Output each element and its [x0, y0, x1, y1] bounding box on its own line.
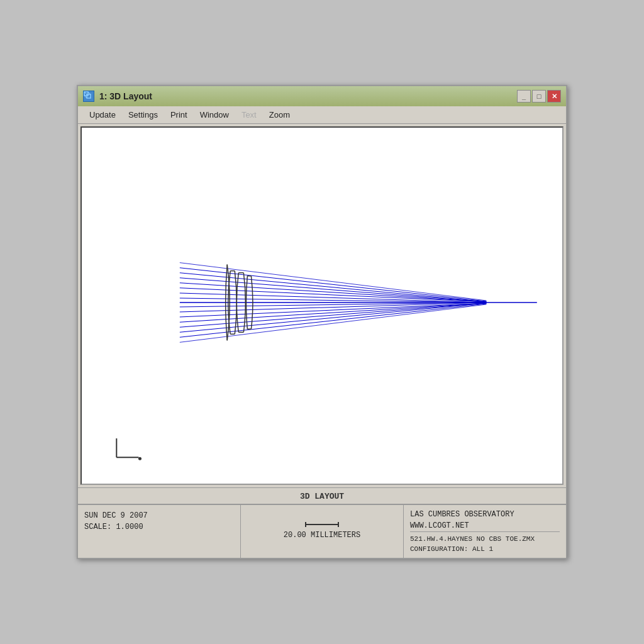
- footer-scale: SCALE: 1.0000: [84, 521, 234, 533]
- footer-observatory: LAS CUMBRES OBSERVATORY WWW.LCOGT.NET 52…: [404, 505, 566, 558]
- menu-settings[interactable]: Settings: [122, 108, 164, 121]
- diagram-title: 3D LAYOUT: [78, 488, 566, 504]
- restore-button[interactable]: □: [532, 90, 546, 103]
- footer-info-row: SUN DEC 9 2007 SCALE: 1.0000 20.00 MILLI…: [78, 504, 566, 558]
- title-bar: 1: 3D Layout _ □ ✕: [78, 86, 566, 106]
- main-window: 1: 3D Layout _ □ ✕ Update Settings Print…: [77, 85, 567, 559]
- footer-scale-bar: 20.00 MILLIMETERS: [241, 505, 404, 558]
- file-line2: CONFIGURATION: ALL 1: [410, 545, 560, 554]
- observatory-line1: LAS CUMBRES OBSERVATORY: [410, 509, 560, 520]
- footer-date: SUN DEC 9 2007: [84, 510, 234, 521]
- menu-text: Text: [235, 108, 263, 121]
- optical-diagram: [82, 128, 562, 484]
- minimize-button[interactable]: _: [517, 90, 531, 103]
- file-info: 521.HW.4.HAYNES NO CBS TOE.ZMX CONFIGURA…: [410, 531, 560, 554]
- window-controls: _ □ ✕: [517, 90, 561, 103]
- svg-rect-1: [87, 94, 91, 98]
- file-line1: 521.HW.4.HAYNES NO CBS TOE.ZMX: [410, 535, 560, 544]
- diagram-area: [80, 126, 564, 485]
- menu-zoom[interactable]: Zoom: [263, 108, 296, 121]
- menu-window[interactable]: Window: [194, 108, 235, 121]
- app-icon: [83, 91, 94, 102]
- svg-point-33: [138, 457, 142, 460]
- scale-bar-middle: [306, 524, 338, 525]
- observatory-name: LAS CUMBRES OBSERVATORY WWW.LCOGT.NET: [410, 509, 560, 531]
- scale-bar-visual: [305, 522, 339, 527]
- title-bar-left: 1: 3D Layout: [83, 91, 152, 102]
- footer: 3D LAYOUT SUN DEC 9 2007 SCALE: 1.0000 2…: [78, 487, 566, 558]
- scale-tick-right: [338, 522, 339, 527]
- menu-update[interactable]: Update: [83, 108, 122, 121]
- window-title: 1: 3D Layout: [99, 91, 152, 101]
- observatory-line2: WWW.LCOGT.NET: [410, 520, 560, 531]
- menu-bar: Update Settings Print Window Text Zoom: [78, 106, 566, 124]
- close-button[interactable]: ✕: [547, 90, 561, 103]
- scale-label: 20.00 MILLIMETERS: [284, 530, 360, 541]
- scale-line: [305, 522, 339, 527]
- footer-date-scale: SUN DEC 9 2007 SCALE: 1.0000: [78, 505, 241, 558]
- menu-print[interactable]: Print: [164, 108, 194, 121]
